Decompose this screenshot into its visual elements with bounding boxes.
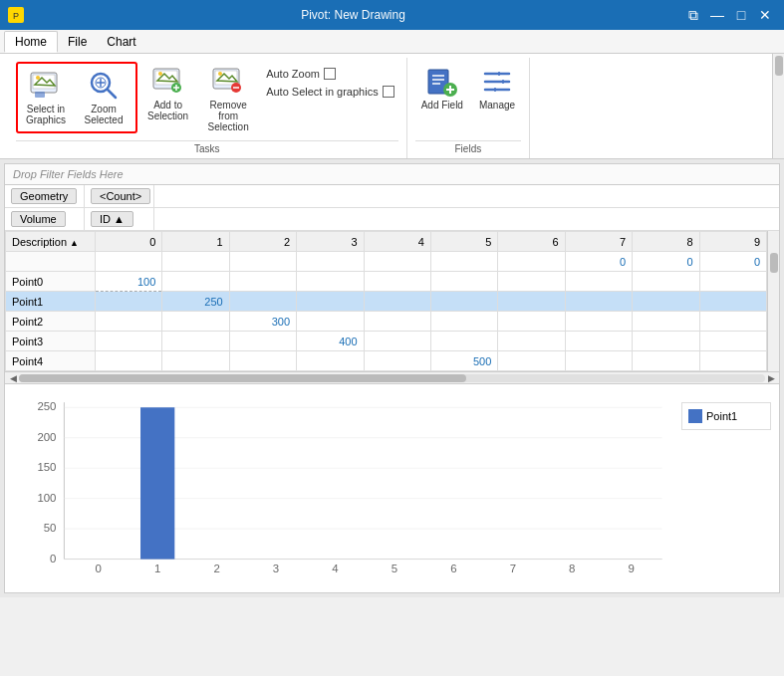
zero-col-4 [364, 252, 430, 272]
svg-text:200: 200 [37, 431, 56, 442]
table-scroll[interactable]: Description ▲ 0 1 2 3 4 5 6 7 8 9 [5, 231, 767, 371]
ribbon: Select inGraphics Zoom Selected [0, 54, 784, 159]
ribbon-small-buttons: Auto Zoom Auto Select in graphics [262, 62, 398, 100]
svg-text:0: 0 [96, 563, 102, 573]
selected-highlight: Select inGraphics Zoom Selected [16, 62, 137, 133]
menu-home[interactable]: Home [4, 31, 58, 53]
point1-label: Point1 [6, 292, 96, 312]
zero-col-5 [430, 252, 497, 272]
svg-point-15 [158, 72, 162, 76]
count-button[interactable]: <Count> [91, 188, 150, 204]
point0-col4 [364, 272, 430, 292]
point0-col6 [498, 272, 565, 292]
zero-col-1 [162, 252, 229, 272]
svg-text:1: 1 [154, 563, 160, 573]
table-header-row: Description ▲ 0 1 2 3 4 5 6 7 8 9 [6, 232, 767, 252]
zero-row-header [6, 252, 96, 272]
point0-col3 [297, 272, 364, 292]
restore-button[interactable]: ⧉ [682, 4, 704, 26]
col-0: 0 [95, 232, 161, 252]
geometry-cell: Geometry [5, 185, 85, 207]
remove-from-selection-button[interactable]: Remove fromSelection [198, 62, 258, 136]
zoom-selected-label: Zoom Selected [80, 104, 128, 125]
col-2: 2 [229, 232, 296, 252]
point3-col7 [565, 332, 632, 351]
filter-zone[interactable]: Drop Filter Fields Here [5, 164, 779, 185]
auto-zoom-button[interactable]: Auto Zoom [262, 66, 398, 82]
tasks-group-label: Tasks [16, 140, 398, 158]
col-1: 1 [162, 232, 229, 252]
point0-col1 [162, 272, 229, 292]
point3-col5 [430, 332, 497, 351]
add-field-button[interactable]: Add Field [415, 62, 469, 114]
svg-text:6: 6 [450, 563, 456, 573]
maximize-button[interactable]: □ [730, 4, 752, 26]
point2-col7 [565, 312, 632, 332]
menu-chart[interactable]: Chart [97, 31, 145, 53]
minimize-button[interactable]: — [706, 4, 728, 26]
legend-label-point1: Point1 [706, 410, 737, 422]
svg-point-5 [36, 76, 40, 80]
geometry-button[interactable]: Geometry [11, 188, 77, 204]
svg-line-9 [108, 90, 116, 98]
table-row[interactable]: Point3 400 [6, 332, 767, 351]
point0-col5 [430, 272, 497, 292]
point2-col3 [297, 312, 364, 332]
point2-col0 [95, 312, 161, 332]
col-9: 9 [699, 232, 766, 252]
auto-select-in-graphics-button[interactable]: Auto Select in graphics [262, 84, 398, 100]
zero-col-3 [297, 252, 364, 272]
zoom-selected-button[interactable]: Zoom Selected [74, 66, 133, 129]
ribbon-scrollbar[interactable] [772, 54, 784, 158]
point4-col7 [565, 351, 632, 371]
chart-area: 0 50 100 150 200 250 [5, 383, 779, 592]
point4-col8 [633, 351, 699, 371]
point2-col8 [633, 312, 699, 332]
svg-text:100: 100 [37, 492, 56, 503]
table-row[interactable]: Point1 250 [6, 292, 767, 312]
point4-col2 [229, 351, 296, 371]
point1-col8 [633, 292, 699, 312]
point3-col1 [162, 332, 229, 351]
select-in-graphics-button[interactable]: Select inGraphics [20, 66, 72, 129]
point1-col1: 250 [162, 292, 229, 312]
col-4: 4 [364, 232, 430, 252]
select-in-graphics-label: Select inGraphics [26, 104, 66, 125]
point2-col1 [162, 312, 229, 332]
menu-file[interactable]: File [58, 31, 97, 53]
table-row[interactable]: Point4 500 [6, 351, 767, 371]
pivot-header-row1: Geometry <Count> [5, 185, 779, 208]
auto-zoom-checkbox[interactable] [324, 68, 336, 80]
col-description: Description ▲ [6, 232, 96, 252]
svg-text:9: 9 [629, 563, 635, 573]
svg-text:8: 8 [569, 563, 575, 573]
manage-button[interactable]: Manage [473, 62, 521, 114]
vertical-scrollbar[interactable] [767, 231, 779, 371]
table-row[interactable]: Point2 300 [6, 312, 767, 332]
svg-text:4: 4 [332, 563, 338, 573]
filter-placeholder: Drop Filter Fields Here [13, 168, 124, 180]
col-3: 3 [297, 232, 364, 252]
col-8: 8 [633, 232, 699, 252]
table-row[interactable]: Point0 100 [6, 272, 767, 292]
content-panel: Drop Filter Fields Here Geometry <Count>… [4, 163, 780, 593]
point3-col3: 400 [297, 332, 364, 351]
pivot-table: Description ▲ 0 1 2 3 4 5 6 7 8 9 [5, 231, 767, 371]
svg-text:7: 7 [510, 563, 516, 573]
point3-col8 [633, 332, 699, 351]
ribbon-fields-buttons: Add Field Manage [415, 58, 521, 140]
close-button[interactable]: ✕ [754, 4, 776, 26]
volume-button[interactable]: Volume [11, 211, 66, 227]
main-content: Drop Filter Fields Here Geometry <Count>… [0, 159, 784, 597]
add-to-selection-button[interactable]: Add toSelection [141, 62, 194, 125]
horizontal-scrollbar[interactable]: ◀ ▶ [5, 371, 779, 383]
point4-col0 [95, 351, 161, 371]
scrollbar-track [19, 374, 765, 382]
point3-col4 [364, 332, 430, 351]
menu-bar: Home File Chart [0, 30, 784, 54]
auto-zoom-label: Auto Zoom [266, 68, 320, 80]
point1-col9 [699, 292, 766, 312]
auto-select-checkbox[interactable] [383, 86, 394, 98]
id-button[interactable]: ID ▲ [91, 211, 133, 227]
chart-legend: Point1 [681, 402, 771, 430]
